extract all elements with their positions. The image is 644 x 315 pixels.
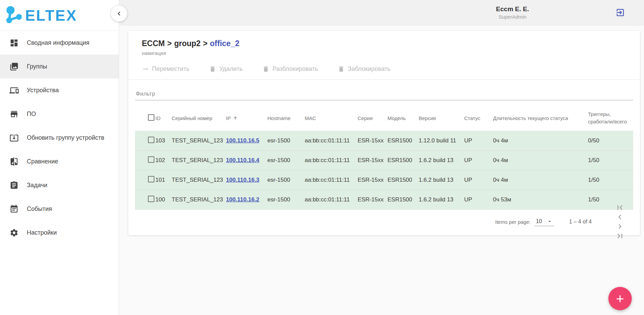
collections-icon (10, 62, 19, 71)
logo-text: ELTEX (25, 8, 77, 23)
ip-link[interactable]: 100.110.16.2 (226, 196, 259, 203)
breadcrumb: ECCM>group2>office_2 навигация (128, 31, 640, 56)
row-checkbox[interactable] (148, 156, 154, 163)
cell-hostname: esr-1500 (267, 157, 305, 164)
sidebar-item-assignment[interactable]: Задачи (0, 173, 119, 197)
toolbar: Переместить Удалить Разблокировать Забло… (128, 56, 640, 79)
arrow-right-icon (142, 65, 149, 73)
column-header-mac[interactable]: MAC (305, 115, 358, 121)
column-header-id[interactable]: ID (155, 115, 172, 121)
column-header-series[interactable]: Серия (358, 115, 387, 121)
cell-status: UP (464, 196, 493, 203)
last-page-button[interactable] (611, 231, 628, 241)
table-body: 103 TEST_SERIAL_123 100.110.16.5 esr-150… (135, 131, 633, 210)
column-header-triggers[interactable]: Триггеры, сработали/всего (588, 111, 633, 125)
sidebar-item-label: Сравнение (27, 158, 58, 165)
cell-model: ESR1500 (387, 157, 419, 164)
settings-icon (10, 228, 19, 237)
sidebar-item-devices[interactable]: Устройства (0, 78, 119, 102)
table-row: 103 TEST_SERIAL_123 100.110.16.5 esr-150… (135, 131, 633, 151)
cell-status: UP (464, 177, 493, 183)
sidebar-item-collections[interactable]: Группы (0, 55, 119, 78)
breadcrumb-root[interactable]: ECCM (142, 39, 165, 48)
last-page-icon (615, 231, 625, 241)
sidebar-item-settings[interactable]: Настройки (0, 221, 119, 244)
filter-input[interactable] (135, 89, 633, 100)
collapse-sidebar-button[interactable] (111, 5, 127, 22)
block-button[interactable]: Заблокировать (338, 65, 391, 73)
items-per-page-label: Items per page: (495, 219, 530, 225)
cell-hostname: esr-1500 (267, 177, 305, 183)
column-header-duration[interactable]: Длительность текущего статуса (493, 115, 588, 121)
breadcrumb-group[interactable]: group2 (174, 39, 201, 48)
cell-duration: 0ч 4м (493, 137, 588, 144)
event-icon (10, 204, 19, 214)
ip-link[interactable]: 100.110.16.4 (226, 157, 259, 163)
table-header: ID Серийный номер IP Hostname MAC Серия … (135, 105, 633, 131)
delete-button[interactable]: Удалить (209, 65, 243, 73)
cell-version: 1.6.2 build 13 (419, 196, 464, 203)
sidebar-item-compare[interactable]: Сравнение (0, 150, 119, 173)
column-header-hostname[interactable]: Hostname (267, 115, 305, 121)
filter-field (135, 89, 633, 100)
prev-page-button[interactable] (611, 212, 628, 222)
items-per-page-select[interactable]: 10 (534, 218, 554, 226)
logout-button[interactable] (615, 8, 625, 17)
sort-asc-icon (233, 116, 238, 121)
cell-duration: 0ч 4м (493, 157, 588, 164)
toolbar-button-label: Переместить (152, 65, 189, 73)
cell-series: ESR-15xx (358, 157, 387, 164)
cell-id: 101 (155, 177, 172, 183)
cell-status: UP (464, 137, 493, 144)
sidebar: ELTEX Сводная информация Группы Устройст… (0, 0, 119, 315)
sidebar-item-store[interactable]: ПО (0, 102, 119, 126)
first-page-icon (615, 203, 625, 212)
store-icon (10, 110, 19, 119)
assignment-icon (10, 181, 19, 190)
column-header-version[interactable]: Версия (419, 115, 464, 121)
ip-link[interactable]: 100.110.16.3 (226, 177, 259, 183)
breadcrumb-current[interactable]: office_2 (210, 39, 240, 48)
unblock-button[interactable]: Разблокировать (262, 65, 318, 73)
row-checkbox[interactable] (148, 176, 154, 182)
cell-version: 1.12.0 build 11 (419, 137, 464, 144)
main-area: Eccm E. E. SuperAdmin ECCM>group2>office… (119, 0, 644, 315)
cell-serial: TEST_SERIAL_123 (172, 196, 226, 203)
table-row: 100 TEST_SERIAL_123 100.110.16.2 esr-150… (135, 190, 633, 210)
column-header-serial[interactable]: Серийный номер (172, 115, 226, 121)
first-page-button[interactable] (611, 203, 628, 212)
add-button[interactable]: + (608, 287, 632, 310)
sidebar-item-label: Обновить группу устройств (27, 134, 104, 141)
column-header-status[interactable]: Статус (464, 115, 493, 121)
row-checkbox[interactable] (148, 196, 154, 202)
next-page-button[interactable] (611, 222, 628, 231)
cell-hostname: esr-1500 (267, 137, 305, 144)
cell-series: ESR-15xx (358, 137, 387, 144)
move-button[interactable]: Переместить (142, 65, 189, 73)
range-label: 1 – 4 of 4 (569, 219, 592, 225)
cell-mac: aa:bb:cc:01:11:11 (305, 177, 358, 183)
chevron-right-icon (615, 222, 625, 231)
cell-id: 100 (155, 196, 172, 203)
eltex-logo[interactable]: ELTEX (0, 0, 119, 31)
cell-duration: 0ч 53м (493, 196, 588, 203)
cell-mac: aa:bb:cc:01:11:11 (305, 137, 358, 144)
row-checkbox[interactable] (148, 137, 154, 143)
devices-icon (10, 86, 19, 95)
cell-status: UP (464, 157, 493, 164)
column-header-ip[interactable]: IP (226, 115, 267, 121)
sidebar-item-dashboard[interactable]: Сводная информация (0, 31, 119, 55)
exit-icon (615, 8, 625, 17)
table-row: 102 TEST_SERIAL_123 100.110.16.4 esr-150… (135, 151, 633, 170)
content-card: ECCM>group2>office_2 навигация Перемести… (128, 31, 640, 235)
cell-model: ESR1500 (387, 137, 419, 144)
column-header-model[interactable]: Модель (387, 115, 419, 121)
sidebar-item-event[interactable]: События (0, 197, 119, 221)
sidebar-item-system-update[interactable]: Обновить группу устройств (0, 126, 119, 150)
toolbar-divider (128, 79, 640, 80)
cell-triggers: 1/50 (588, 196, 633, 203)
chevron-left-icon (615, 212, 625, 222)
cell-serial: TEST_SERIAL_123 (172, 177, 226, 183)
ip-link[interactable]: 100.110.16.5 (226, 137, 259, 144)
select-all-checkbox[interactable] (148, 114, 154, 121)
